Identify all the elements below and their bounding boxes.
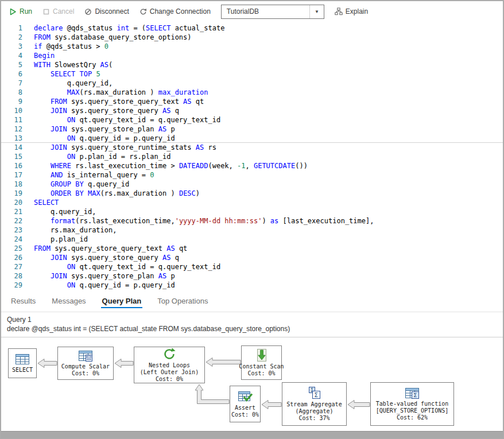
code-token: actual_state [170,24,224,32]
code-token: qt [192,98,204,106]
plan-node-select[interactable]: SELECT [8,348,37,378]
change-connection-button[interactable]: Change Connection [139,7,211,15]
code-token [34,272,51,280]
code-line[interactable]: 9 FROM sys.query_store_query_text AS qt [1,97,503,106]
code-line[interactable]: 6 SELECT TOP 5 [1,69,503,79]
cancel-label: Cancel [53,7,74,15]
code-token [34,98,51,106]
tab-results[interactable]: Results [10,292,37,310]
code-token: if [34,42,42,50]
code-token: declare [34,24,63,32]
code-token: ON [67,263,75,271]
database-dropdown[interactable]: TutorialDB ▼ [221,5,324,19]
code-line[interactable]: 29 ON q.query_id = p.query_id [1,281,503,290]
code-line[interactable]: 4Begin [1,51,503,60]
code-line[interactable]: 14 JOIN sys.query_store_runtime_stats AS… [1,143,503,152]
code-token [34,88,67,96]
plan-node-constant-scan[interactable]: Constant ScanCost: 0% [241,345,282,380]
plan-node-nested-loops[interactable]: Nested Loops(Left Outer Join)Cost: 0% [134,347,205,383]
stream-aggregate-icon: ΣΣ [307,386,322,400]
code-token: ON [67,281,75,289]
line-number: 3 [1,42,22,51]
plan-node-compute-scalar[interactable]: Compute ScalarCost: 0% [57,347,114,380]
code-line[interactable]: 10 JOIN sys.query_store_query AS q [1,106,503,115]
code-token: sys.database_query_store_options) [51,33,192,41]
run-icon [9,8,17,15]
code-token: SELECT [51,70,75,78]
plan-node-label: Compute Scalar [61,363,110,370]
explain-icon [335,7,343,15]
tab-messages[interactable]: Messages [51,292,87,310]
code-line[interactable]: 23 rs.max_duration, [1,226,503,235]
disconnect-button[interactable]: Disconnect [84,7,129,15]
change-connection-icon [139,8,147,15]
code-token: q.query_id = p.query_id [75,281,175,289]
code-line[interactable]: 7 q.query_id, [1,79,503,88]
code-line[interactable]: 1declare @qds_status int = (SELECT actua… [1,24,503,33]
code-token [34,143,51,151]
code-line[interactable]: 24 p.plan_id [1,235,503,244]
cancel-icon [42,8,50,15]
code-editor[interactable]: 1declare @qds_status int = (SELECT actua… [1,22,503,290]
plan-node-label: Constant Scan [239,363,284,370]
code-line[interactable]: 17 AND is_internal_query = 0 [1,170,503,180]
plan-node-stream-aggregate[interactable]: ΣΣStream Aggregate(Aggregate)Cost: 37% [282,382,347,426]
code-token [84,189,88,197]
line-number: 17 [1,170,22,180]
run-button[interactable]: Run [9,7,32,15]
line-number: 14 [1,143,22,152]
code-line[interactable]: 2FROM sys.database_query_store_options) [1,33,503,42]
code-token: as [270,217,278,225]
code-token: FROM [34,244,51,252]
code-line[interactable]: 12 JOIN sys.query_store_plan AS p [1,125,503,134]
explain-label: Explain [346,7,368,15]
code-token [34,70,51,78]
code-line[interactable]: 26 JOIN sys.query_store_query AS q [1,253,503,262]
plan-node-table-valued-function[interactable]: ΣTable-valued function[QUERY_STORE_OPTIO… [370,382,454,426]
code-token: Begin [34,52,55,60]
plan-node-label: Nested Loops [149,362,190,369]
query-toolbar: Run Cancel Disconnect Change Connection … [1,1,503,22]
code-line[interactable]: 22 format(rs.last_execution_time,'yyyy-M… [1,216,503,226]
code-line[interactable]: 25FROM sys.query_store_query_text AS qt [1,244,503,253]
code-token: int [117,24,130,32]
code-token: q.query_id, [34,79,113,87]
plan-node-assert[interactable]: AssertCost: 0% [230,386,261,422]
code-token: format [51,217,75,225]
plan-node-label: Cost: 0% [156,376,183,383]
code-line[interactable]: 28 JOIN sys.query_store_plan AS p [1,271,503,281]
code-line[interactable]: 5WITH SlowestQry AS( [1,60,503,69]
code-line[interactable]: 16 WHERE rs.last_execution_time > DATEAD… [1,161,503,170]
code-token [75,70,79,78]
code-line[interactable]: 19 ORDER BY MAX(rs.max_duration ) DESC) [1,189,503,198]
plan-edge-arrow [262,401,281,409]
code-token: 0 [104,42,108,50]
code-line[interactable]: 8 MAX(rs.max_duration ) max_duration [1,88,503,97]
code-line[interactable]: 15 ON p.plan_id = rs.plan_id [1,152,503,161]
code-token [34,134,67,142]
code-line[interactable]: 21 q.query_id, [1,207,503,216]
bottom-scrollbar[interactable] [1,431,503,438]
code-token: SELECT [146,24,170,32]
code-token: ON [67,116,75,124]
tab-top-operations[interactable]: Top Operations [156,292,209,310]
code-token: FROM [51,98,67,106]
plan-node-label: [QUERY_STORE_OPTIONS] [376,407,448,414]
tab-query-plan[interactable]: Query Plan [101,292,143,310]
explain-button[interactable]: Explain [335,7,368,15]
code-line[interactable]: 18 GROUP BY q.query_id [1,180,503,189]
line-number: 1 [1,24,22,33]
code-line[interactable]: 13 ON q.query_id = p.query_id [1,134,503,143]
code-token: (week, [208,162,237,170]
plan-node-label: (Left Outer Join) [140,369,199,376]
code-line[interactable]: 27 ON qt.query_text_id = q.query_text_id [1,262,503,271]
code-line[interactable]: 11 ON qt.query_text_id = q.query_text_id [1,115,503,125]
code-line[interactable]: 3if @qds_status > 0 [1,42,503,51]
code-token [34,263,67,271]
code-token: 5 [96,70,100,78]
plan-canvas[interactable]: SELECTCompute ScalarCost: 0%Nested Loops… [1,337,503,431]
code-line[interactable]: 20SELECT [1,198,503,207]
code-token: (rs.max_duration ) [79,88,158,96]
code-token: JOIN [51,107,67,115]
code-token: ON [67,134,75,142]
